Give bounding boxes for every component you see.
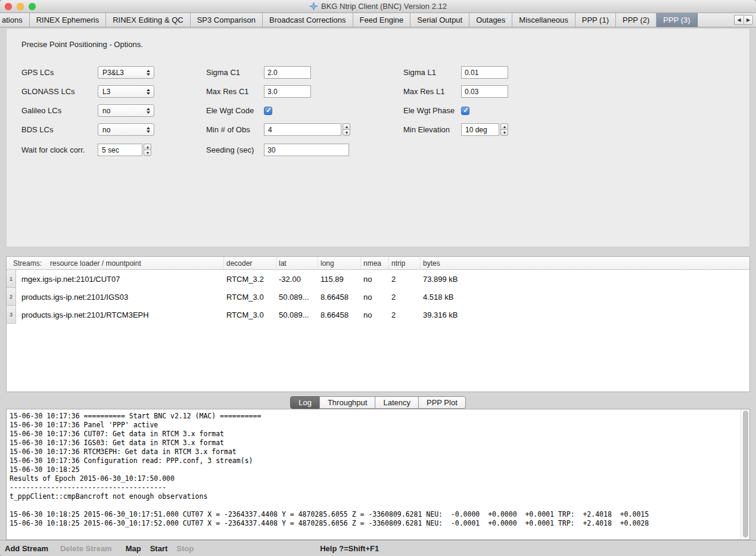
zoom-button[interactable] bbox=[29, 3, 36, 10]
close-button[interactable] bbox=[5, 3, 12, 10]
stream-bytes: 73.899 kB bbox=[421, 275, 749, 284]
log-line: t_pppClient::cmpBancroft not enough obse… bbox=[10, 492, 739, 501]
header-long: long bbox=[318, 257, 361, 269]
log-line: 15-06-30 10:17:36 ========== Start BNC v… bbox=[10, 412, 739, 421]
bottom-tab-bar: Log Throughput Latency PPP Plot bbox=[0, 396, 756, 409]
chevron-updown-icon bbox=[145, 89, 154, 95]
log-line: 15-06-30 10:18:25 2015-06-30_10:17:51.00… bbox=[10, 510, 739, 519]
window-controls bbox=[5, 3, 36, 10]
delete-stream-button[interactable]: Delete Stream bbox=[60, 544, 112, 553]
stream-ntrip: 2 bbox=[389, 275, 421, 284]
min-obs-spinbox[interactable]: 4 bbox=[264, 123, 350, 136]
tab-ppp-1[interactable]: PPP (1) bbox=[575, 13, 616, 27]
add-stream-button[interactable]: Add Stream bbox=[5, 544, 48, 553]
log-line: 15-06-30 10:17:36 Configuration read: PP… bbox=[10, 456, 739, 465]
stream-nmea: no bbox=[361, 310, 389, 319]
tab-scroll-left-button[interactable]: ◀ bbox=[734, 15, 743, 25]
tab-feed-engine[interactable]: Feed Engine bbox=[353, 13, 411, 27]
galileo-lcs-value: no bbox=[98, 107, 145, 115]
sigma-l1-label: Sigma L1 bbox=[403, 66, 436, 79]
stream-nmea: no bbox=[361, 275, 389, 284]
tab-ppp-2[interactable]: PPP (2) bbox=[616, 13, 657, 27]
row-number[interactable]: 2 bbox=[7, 288, 16, 306]
stepper-icon[interactable] bbox=[144, 144, 151, 156]
stepper-icon[interactable] bbox=[500, 123, 508, 136]
sigma-l1-input[interactable] bbox=[461, 66, 508, 79]
log-line: 15-06-30 10:17:36 CUT07: Get data in RTC… bbox=[10, 430, 739, 439]
tab-throughput[interactable]: Throughput bbox=[319, 396, 376, 409]
max-res-c1-input[interactable] bbox=[264, 85, 311, 98]
max-res-l1-label: Max Res L1 bbox=[403, 85, 444, 98]
window-title-area: BKG Ntrip Client (BNC) Version 2.12 bbox=[309, 2, 447, 11]
max-res-l1-input[interactable] bbox=[461, 85, 508, 98]
chevron-updown-icon bbox=[145, 108, 154, 114]
header-decoder: decoder bbox=[224, 257, 276, 269]
tab-ppp-3[interactable]: PPP (3) bbox=[657, 13, 697, 27]
log-line: 15-06-30 10:18:25 2015-06-30_10:17:52.00… bbox=[10, 519, 739, 528]
tab-rinex-ephemeris[interactable]: RINEX Ephemeris bbox=[30, 13, 106, 27]
stop-button[interactable]: Stop bbox=[176, 544, 194, 553]
bds-lcs-label: BDS LCs bbox=[21, 123, 53, 136]
stream-nmea: no bbox=[361, 293, 389, 302]
tab-scroll-right-button[interactable]: ▶ bbox=[743, 15, 753, 25]
start-button[interactable]: Start bbox=[150, 544, 168, 553]
header-ntrip: ntrip bbox=[389, 257, 421, 269]
chevron-updown-icon bbox=[145, 70, 154, 76]
stream-lat: 50.089... bbox=[276, 293, 318, 302]
header-lat: lat bbox=[276, 257, 318, 269]
map-button[interactable]: Map bbox=[126, 544, 141, 553]
tab-miscellaneous[interactable]: Miscellaneous bbox=[512, 13, 575, 27]
app-window: BKG Ntrip Client (BNC) Version 2.12 atio… bbox=[0, 0, 756, 556]
seeding-input[interactable] bbox=[264, 144, 349, 156]
stepper-icon[interactable] bbox=[343, 123, 350, 136]
glonass-lcs-select[interactable]: L3 bbox=[98, 85, 154, 98]
tab-outages[interactable]: Outages bbox=[469, 13, 512, 27]
galileo-lcs-select[interactable]: no bbox=[98, 104, 154, 117]
stream-decoder: RTCM_3.0 bbox=[224, 310, 276, 319]
tab-latency[interactable]: Latency bbox=[375, 396, 419, 409]
stream-long: 115.89 bbox=[318, 275, 361, 284]
tab-ppp-plot[interactable]: PPP Plot bbox=[418, 396, 466, 409]
bds-lcs-select[interactable]: no bbox=[98, 123, 154, 136]
help-button[interactable]: Help ?=Shift+F1 bbox=[320, 544, 379, 553]
log-scrollbar[interactable] bbox=[741, 409, 749, 539]
ele-wgt-phase-checkbox[interactable] bbox=[461, 107, 469, 115]
stream-row[interactable]: 2 products.igs-ip.net:2101/IGS03 RTCM_3.… bbox=[7, 288, 749, 306]
status-bar: Add Stream Delete Stream Map Start Stop … bbox=[0, 540, 756, 556]
gps-lcs-select[interactable]: P3&L3 bbox=[98, 66, 154, 79]
ele-wgt-code-checkbox[interactable] bbox=[264, 107, 272, 115]
tab-serial-output[interactable]: Serial Output bbox=[410, 13, 469, 27]
stream-row[interactable]: 3 products.igs-ip.net:2101/RTCM3EPH RTCM… bbox=[7, 306, 749, 324]
header-mountpoint: Streams: resource loader / mountpoint bbox=[7, 257, 224, 269]
row-number[interactable]: 1 bbox=[7, 270, 16, 288]
stream-long: 8.66458 bbox=[318, 293, 361, 302]
stream-decoder: RTCM_3.2 bbox=[224, 275, 276, 284]
log-line: 15-06-30 10:17:36 IGS03: Get data in RTC… bbox=[10, 439, 739, 448]
wait-clock-spinbox[interactable]: 5 sec bbox=[98, 144, 151, 156]
header-nmea: nmea bbox=[361, 257, 389, 269]
tab-log[interactable]: Log bbox=[290, 396, 320, 409]
stream-long: 8.66458 bbox=[318, 310, 361, 319]
log-scrollbar-thumb[interactable] bbox=[743, 411, 748, 538]
stream-mountpoint: products.igs-ip.net:2101/RTCM3EPH bbox=[16, 310, 224, 319]
wait-clock-label: Wait for clock corr. bbox=[21, 144, 85, 156]
min-obs-label: Min # of Obs bbox=[206, 123, 250, 136]
log-line: Results of Epoch 2015-06-30_10:17:50.000 bbox=[10, 474, 739, 483]
stream-lat: -32.00 bbox=[276, 275, 318, 284]
row-number[interactable]: 3 bbox=[7, 306, 16, 324]
tab-rinex-editing-qc[interactable]: RINEX Editing & QC bbox=[106, 13, 191, 27]
min-elevation-spinbox[interactable]: 10 deg bbox=[461, 123, 508, 136]
streams-label: Streams: bbox=[13, 259, 42, 268]
max-res-c1-label: Max Res C1 bbox=[206, 85, 249, 98]
stream-row[interactable]: 1 mgex.igs-ip.net:2101/CUT07 RTCM_3.2 -3… bbox=[7, 270, 749, 288]
min-elevation-value: 10 deg bbox=[461, 123, 499, 136]
minimize-button[interactable] bbox=[17, 3, 24, 10]
tab-sp3-comparison[interactable]: SP3 Comparison bbox=[191, 13, 263, 27]
tab-rinex-observations-partial[interactable]: ations bbox=[0, 13, 30, 27]
wait-clock-value: 5 sec bbox=[98, 144, 142, 156]
sigma-c1-input[interactable] bbox=[264, 66, 311, 79]
glonass-lcs-value: L3 bbox=[98, 88, 145, 96]
tab-broadcast-corrections[interactable]: Broadcast Corrections bbox=[263, 13, 353, 27]
log-line: 15-06-30 10:18:25 bbox=[10, 465, 739, 474]
log-line: 15-06-30 10:17:36 RTCM3EPH: Get data in … bbox=[10, 448, 739, 456]
